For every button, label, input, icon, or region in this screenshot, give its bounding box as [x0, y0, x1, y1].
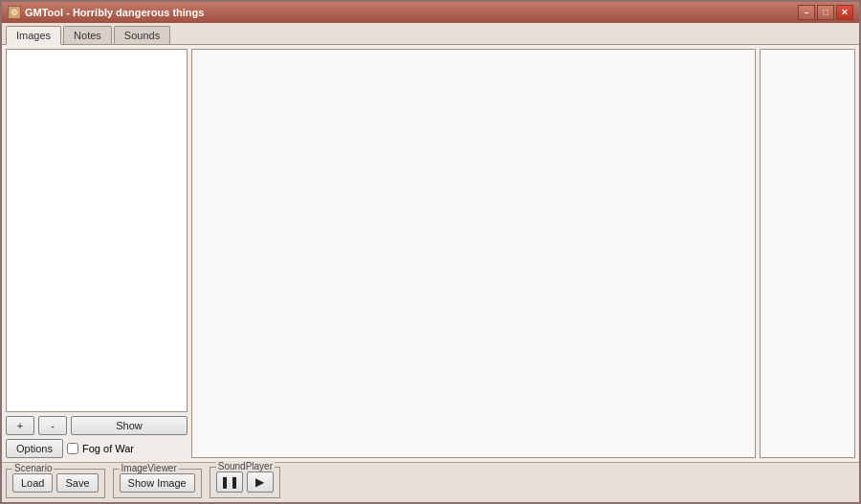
show-image-button[interactable]: Show Image	[120, 473, 195, 493]
image-list[interactable]	[6, 49, 188, 412]
window-title: GMTool - Horribly dangerous things	[25, 7, 204, 18]
image-viewer-group-label: ImageViewer	[120, 463, 179, 473]
tab-sounds[interactable]: Sounds	[114, 26, 170, 44]
image-display-area	[191, 49, 756, 458]
save-button[interactable]: Save	[56, 473, 98, 493]
main-content: + - Show Options Fog of War	[2, 45, 859, 462]
remove-button[interactable]: -	[38, 416, 67, 435]
app-icon: ⚙	[8, 6, 21, 19]
left-panel: + - Show Options Fog of War	[6, 49, 188, 458]
options-row: Options Fog of War	[6, 439, 188, 458]
image-viewer-group: ImageViewer Show Image	[113, 469, 202, 498]
title-bar-left: ⚙ GMTool - Horribly dangerous things	[8, 6, 204, 19]
fog-of-war-checkbox[interactable]	[67, 443, 78, 454]
load-button[interactable]: Load	[12, 473, 53, 493]
left-buttons: + - Show Options Fog of War	[6, 416, 188, 458]
bottom-bar: Scenario Load Save ImageViewer Show Imag…	[2, 462, 859, 502]
minimize-button[interactable]: –	[798, 5, 815, 20]
title-bar: ⚙ GMTool - Horribly dangerous things – □…	[2, 2, 859, 23]
title-bar-buttons: – □ ✕	[798, 5, 853, 20]
fog-of-war-label: Fog of War	[82, 443, 134, 454]
scenario-group: Scenario Load Save	[6, 469, 105, 498]
right-panel	[760, 49, 855, 458]
scenario-group-label: Scenario	[12, 463, 54, 473]
tab-images[interactable]: Images	[6, 26, 61, 45]
play-button[interactable]: ▶	[247, 471, 274, 493]
add-button[interactable]: +	[6, 416, 34, 435]
tab-notes[interactable]: Notes	[63, 26, 112, 44]
sound-player-group: SoundPlayer ❚❚ ▶	[210, 467, 280, 498]
sound-player-group-label: SoundPlayer	[216, 461, 275, 471]
main-window: ⚙ GMTool - Horribly dangerous things – □…	[0, 0, 861, 504]
show-button[interactable]: Show	[71, 416, 188, 435]
options-button[interactable]: Options	[6, 439, 63, 458]
tab-bar: Images Notes Sounds	[2, 23, 859, 45]
add-remove-row: + - Show	[6, 416, 188, 435]
maximize-button[interactable]: □	[817, 5, 834, 20]
pause-button[interactable]: ❚❚	[216, 471, 243, 493]
center-panel	[191, 49, 756, 458]
close-button[interactable]: ✕	[836, 5, 853, 20]
